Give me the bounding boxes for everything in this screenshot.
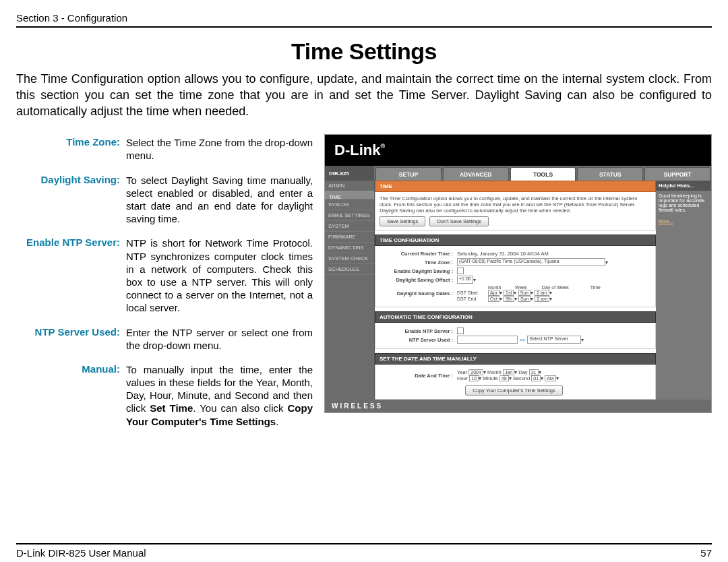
chevron-down-icon[interactable]: ▾ xyxy=(581,337,584,343)
dst-end-label: DST End xyxy=(457,296,487,301)
tab-advanced[interactable]: ADVANCED xyxy=(443,167,509,181)
chevron-down-icon[interactable]: ▾ xyxy=(509,375,512,381)
tab-support[interactable]: SUPPORT xyxy=(644,167,710,181)
panel-set-head: SET THE DATE AND TIME MANUALLY xyxy=(375,353,656,365)
second-label: Second xyxy=(513,375,530,381)
minute-select[interactable]: 48 xyxy=(499,375,509,381)
dst-start-time[interactable]: 2 am xyxy=(535,290,549,296)
tab-setup[interactable]: SETUP xyxy=(375,167,442,181)
ntp-server-select[interactable]: Select NTP Server xyxy=(527,336,581,344)
dst-start-dow[interactable]: Sun xyxy=(518,290,530,296)
chevron-down-icon[interactable]: ▾ xyxy=(539,369,541,375)
sidebar: ADMIN TIME SYSLOG EMAIL SETTINGS SYSTEM … xyxy=(325,181,375,400)
sidebar-item-time[interactable]: TIME xyxy=(325,191,374,199)
col-dayofweek: Day of Week xyxy=(542,285,589,290)
ntp-link[interactable]: << xyxy=(520,338,525,342)
panel-time-body: The Time Configuration option allows you… xyxy=(380,195,651,214)
sidebar-item-email[interactable]: EMAIL SETTINGS xyxy=(325,210,374,221)
chevron-down-icon[interactable]: ▾ xyxy=(499,290,502,296)
panel-cfg-head: TIME CONFIGURATION xyxy=(375,235,656,246)
timezone-label: Time Zone : xyxy=(380,259,457,266)
enable-ntp-checkbox[interactable] xyxy=(457,327,464,334)
def-label-manual: Manual: xyxy=(18,363,124,437)
second-select[interactable]: 01 xyxy=(531,375,541,381)
hints-head: Helpful Hints... xyxy=(656,181,711,191)
chevron-down-icon[interactable]: ▾ xyxy=(530,290,533,296)
section-header: Section 3 - Configuration xyxy=(16,12,712,24)
manual-text-b: . You can also click xyxy=(193,402,287,414)
dst-end-month[interactable]: Oct xyxy=(488,296,499,302)
chevron-down-icon[interactable]: ▾ xyxy=(605,259,608,266)
dont-save-button[interactable]: Don't Save Settings xyxy=(429,216,489,226)
def-text-ntp-used: Enter the NTP server or select one from … xyxy=(125,325,313,361)
ds-offset-label: Daylight Saving Offset : xyxy=(380,277,457,283)
dst-end-week[interactable]: 5th xyxy=(504,296,514,302)
month-select[interactable]: Jan xyxy=(503,369,514,375)
footer-page: 57 xyxy=(700,547,712,559)
definitions-column: Time Zone: Select the Time Zone from the… xyxy=(16,134,315,439)
sidebar-item-schedules[interactable]: SCHEDULES xyxy=(325,264,374,275)
chevron-down-icon[interactable]: ▾ xyxy=(541,375,543,381)
tab-tools[interactable]: TOOLS xyxy=(510,167,576,181)
model-label: DIR-825 xyxy=(325,166,375,181)
sidebar-item-syscheck[interactable]: SYSTEM CHECK xyxy=(325,253,374,264)
day-select[interactable]: 31 xyxy=(529,369,539,375)
def-label-enable-ntp: Enable NTP Server: xyxy=(18,236,124,323)
def-text-enable-ntp: NTP is short for Network Time Protocol. … xyxy=(125,236,313,323)
manual-text-c: . xyxy=(276,416,278,427)
dst-start-week[interactable]: 1st xyxy=(504,290,514,296)
brand-logo: D-Link xyxy=(334,142,380,158)
intro-paragraph: The Time Configuration option allows you… xyxy=(16,71,712,119)
chevron-down-icon[interactable]: ▾ xyxy=(499,296,502,302)
chevron-down-icon[interactable]: ▾ xyxy=(549,296,552,302)
hour-select[interactable]: 10 xyxy=(469,375,479,381)
chevron-down-icon[interactable]: ▾ xyxy=(556,375,559,381)
col-time: Time xyxy=(590,285,601,290)
def-label-ntp-used: NTP Server Used: xyxy=(18,325,124,361)
chevron-down-icon[interactable]: ▾ xyxy=(514,296,517,302)
dst-end-dow[interactable]: Sun xyxy=(518,296,530,302)
wireless-footer: WIRELESS xyxy=(325,400,711,412)
tab-status[interactable]: STATUS xyxy=(577,167,643,181)
sidebar-item-firmware[interactable]: FIRMWARE xyxy=(325,232,374,243)
chevron-down-icon[interactable]: ▾ xyxy=(483,369,486,375)
chevron-down-icon[interactable]: ▾ xyxy=(479,375,481,381)
def-label-timezone: Time Zone: xyxy=(18,135,124,171)
dst-start-label: DST Start xyxy=(457,290,487,295)
minute-label: Minute xyxy=(483,375,498,381)
ds-offset-select[interactable]: +1:00 xyxy=(457,276,473,284)
enable-ds-label: Enable Daylight Saving : xyxy=(380,268,457,274)
sidebar-item-syslog[interactable]: SYSLOG xyxy=(325,199,374,210)
year-select[interactable]: 2004 xyxy=(468,369,483,375)
save-settings-button[interactable]: Save Settings xyxy=(380,216,425,226)
footer-manual: D-Link DIR-825 User Manual xyxy=(16,547,146,559)
enable-ds-checkbox[interactable] xyxy=(457,268,464,274)
year-label: Year xyxy=(457,369,467,375)
def-text-daylight: To select Daylight Saving time manually,… xyxy=(125,173,313,235)
panel-auto-head: AUTOMATIC TIME CONFIGURATION xyxy=(375,311,656,323)
chevron-down-icon[interactable]: ▾ xyxy=(514,369,517,375)
sidebar-item-system[interactable]: SYSTEM xyxy=(325,221,374,232)
dst-start-month[interactable]: Apr xyxy=(488,290,499,296)
ampm-select[interactable]: AM xyxy=(545,375,556,381)
ntp-used-label: NTP Server Used : xyxy=(380,337,457,343)
router-screenshot: D-Link® DIR-825 SETUP ADVANCED TOOLS STA… xyxy=(324,134,712,413)
header-rule xyxy=(16,26,712,28)
chevron-down-icon[interactable]: ▾ xyxy=(514,290,516,296)
hour-label: Hour xyxy=(457,375,468,381)
dst-end-time[interactable]: 2 am xyxy=(535,296,549,302)
def-text-timezone: Select the Time Zone from the drop-down … xyxy=(125,135,313,171)
timezone-select[interactable]: (GMT-08:00) Pacific Time (US/Canada), Ti… xyxy=(457,258,605,266)
sidebar-item-admin[interactable]: ADMIN xyxy=(325,181,374,191)
chevron-down-icon[interactable]: ▾ xyxy=(473,277,476,283)
brand-bar: D-Link® xyxy=(325,135,711,166)
datetime-label: Date And Time : xyxy=(380,373,457,379)
copy-time-button[interactable]: Copy Your Computer's Time Settings xyxy=(465,385,562,396)
hints-more-link[interactable]: More... xyxy=(659,219,708,224)
enable-ntp-label: Enable NTP Server : xyxy=(380,328,457,334)
sidebar-item-ddns[interactable]: DYNAMIC DNS xyxy=(325,243,374,253)
chevron-down-icon[interactable]: ▾ xyxy=(530,296,533,302)
ntp-server-input[interactable] xyxy=(457,336,518,344)
chevron-down-icon[interactable]: ▾ xyxy=(549,290,552,296)
current-time-value: Saturday, January 31, 2004 10:48:04 AM xyxy=(457,251,549,257)
